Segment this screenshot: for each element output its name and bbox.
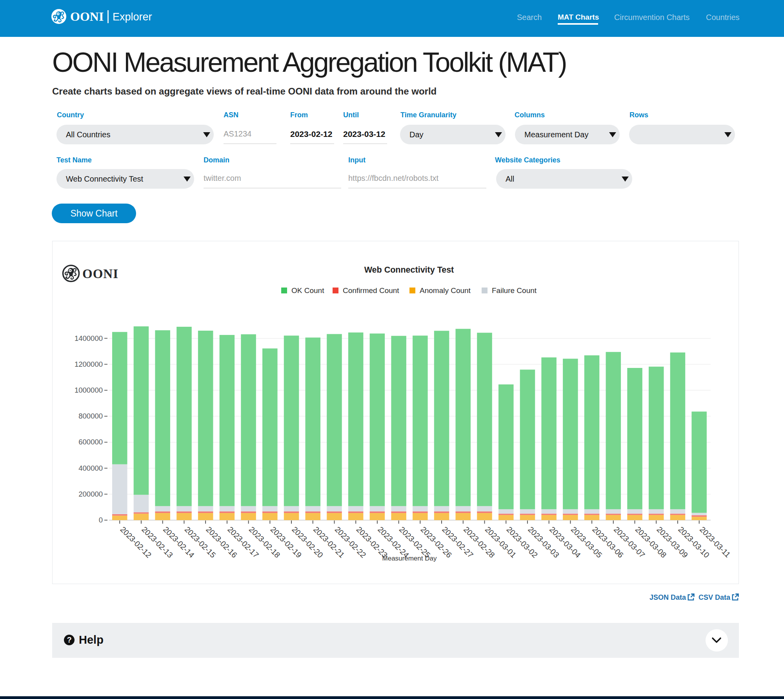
svg-text:1200000: 1200000	[75, 360, 103, 368]
svg-text:1000000: 1000000	[75, 386, 103, 394]
svg-text:0: 0	[99, 516, 103, 524]
svg-text:800000: 800000	[78, 412, 103, 420]
svg-text:200000: 200000	[78, 490, 103, 498]
svg-text:OONI: OONI	[82, 267, 118, 281]
svg-text:Measurement Day: Measurement Day	[382, 555, 437, 562]
svg-text:400000: 400000	[78, 464, 103, 472]
svg-text:OK Count: OK Count	[291, 286, 324, 295]
svg-text:1400000: 1400000	[75, 334, 103, 342]
svg-text:Anomaly Count: Anomaly Count	[420, 286, 471, 295]
svg-text:Failure Count: Failure Count	[492, 286, 537, 295]
svg-text:600000: 600000	[78, 438, 103, 446]
svg-text:Web Connectivity Test: Web Connectivity Test	[364, 265, 454, 275]
svg-text:Confirmed Count: Confirmed Count	[343, 286, 399, 295]
